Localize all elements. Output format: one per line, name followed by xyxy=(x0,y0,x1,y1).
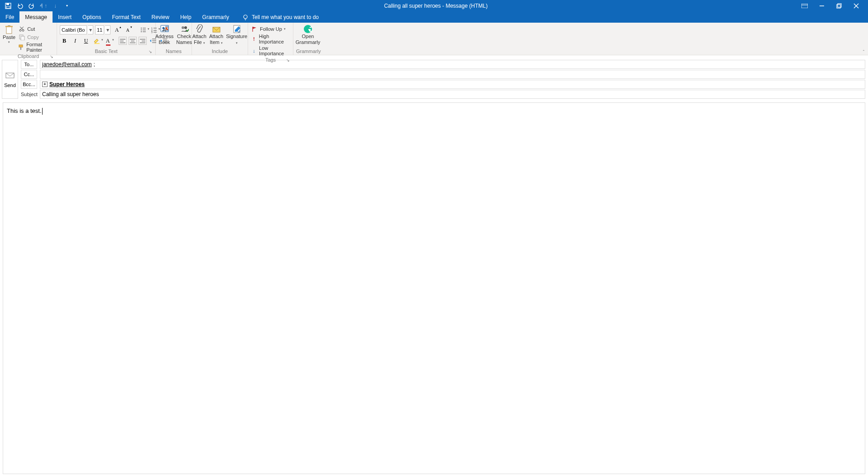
grow-font-button[interactable]: A▴ xyxy=(112,25,121,34)
group-grammarly: OpenGrammarly Grammarly xyxy=(293,23,322,55)
paste-label: Paste xyxy=(3,34,15,40)
to-button[interactable]: To... xyxy=(21,60,37,69)
bcc-recipient[interactable]: Super Heroes xyxy=(49,81,85,87)
tab-review[interactable]: Review xyxy=(146,11,175,23)
to-recipient[interactable]: janedoe@email.com xyxy=(42,61,92,68)
tags-launcher-icon[interactable]: ↘ xyxy=(286,58,290,63)
send-label: Send xyxy=(4,82,16,88)
align-center-button[interactable] xyxy=(129,37,137,45)
redo-icon[interactable] xyxy=(28,2,35,10)
group-tags-label: Tags ↘ xyxy=(251,56,290,63)
cc-button[interactable]: Cc... xyxy=(21,70,37,79)
bold-button[interactable]: B xyxy=(60,36,69,45)
basic-text-launcher-icon[interactable]: ↘ xyxy=(148,49,153,54)
flag-icon xyxy=(251,25,258,33)
to-field[interactable]: janedoe@email.com; xyxy=(40,60,865,69)
expand-group-icon[interactable]: + xyxy=(42,82,48,87)
collapse-ribbon-icon[interactable]: ˆ xyxy=(863,50,864,55)
align-left-button[interactable] xyxy=(119,37,127,45)
attach-item-icon xyxy=(212,24,221,34)
font-size-input[interactable] xyxy=(95,25,104,34)
check-names-icon xyxy=(180,24,189,34)
svg-point-28 xyxy=(141,31,142,32)
format-painter-button[interactable]: Format Painter xyxy=(18,42,54,53)
group-clipboard-label: Clipboard ↘ xyxy=(3,53,54,60)
copy-icon xyxy=(18,34,25,41)
numbering-button[interactable]: 123 ▾ xyxy=(149,25,158,34)
tab-grammarly[interactable]: Grammarly xyxy=(197,11,235,23)
chevron-down-icon[interactable]: ▾ xyxy=(88,25,93,34)
tab-insert[interactable]: Insert xyxy=(53,11,77,23)
tab-options[interactable]: Options xyxy=(77,11,106,23)
svg-point-49 xyxy=(184,26,187,29)
align-right-button[interactable] xyxy=(139,37,147,45)
previous-icon[interactable]: ↑ xyxy=(40,2,47,10)
open-grammarly-button[interactable]: OpenGrammarly xyxy=(296,24,320,45)
window-title: Calling all super heroes - Message (HTML… xyxy=(71,3,801,9)
undo-icon[interactable] xyxy=(16,2,24,10)
subject-field[interactable] xyxy=(40,90,865,99)
next-icon[interactable]: ↓ xyxy=(52,2,59,10)
attach-file-label: AttachFile ▾ xyxy=(192,34,206,46)
svg-line-18 xyxy=(20,27,24,29)
send-icon xyxy=(5,71,14,80)
svg-rect-23 xyxy=(20,47,21,50)
attach-item-button[interactable]: AttachItem ▾ xyxy=(209,24,223,46)
lightbulb-icon xyxy=(242,14,249,21)
attach-file-button[interactable]: AttachFile ▾ xyxy=(192,24,206,46)
attach-item-label: AttachItem ▾ xyxy=(209,34,223,46)
address-fields: janedoe@email.com; + Super Heroes xyxy=(40,60,865,99)
send-button[interactable]: Send xyxy=(2,60,18,99)
chevron-down-icon[interactable]: ▾ xyxy=(105,25,110,34)
highlight-button[interactable]: ▾ xyxy=(92,36,101,45)
tab-format-text[interactable]: Format Text xyxy=(106,11,146,23)
paste-button[interactable]: Paste ▾ xyxy=(3,24,15,49)
low-importance-button[interactable]: ↓ Low Importance xyxy=(251,45,290,56)
format-painter-icon xyxy=(18,44,24,51)
tell-me-search[interactable]: Tell me what you want to do xyxy=(235,11,319,23)
tab-file[interactable]: File xyxy=(0,11,19,23)
check-names-button[interactable]: CheckNames xyxy=(176,24,192,45)
message-body[interactable]: This is a test. xyxy=(3,102,865,474)
shrink-font-button[interactable]: A▾ xyxy=(123,25,132,34)
group-grammarly-label: Grammarly xyxy=(296,48,320,55)
svg-rect-13 xyxy=(6,26,12,34)
underline-button[interactable]: U xyxy=(82,36,91,45)
font-name-dropdown[interactable]: ▾ xyxy=(60,25,93,34)
signature-label: Signature▾ xyxy=(226,34,247,46)
signature-button[interactable]: Signature▾ xyxy=(226,24,247,46)
customize-qat-icon[interactable]: ▾ xyxy=(63,2,71,10)
high-importance-button[interactable]: ! High Importance xyxy=(251,34,290,44)
ribbon-display-icon[interactable] xyxy=(801,2,808,10)
follow-up-button[interactable]: Follow Up ▾ xyxy=(251,25,286,33)
font-size-dropdown[interactable]: ▾ xyxy=(95,25,110,34)
tab-message[interactable]: Message xyxy=(19,11,53,23)
clipboard-launcher-icon[interactable]: ↘ xyxy=(49,54,54,59)
cut-button[interactable]: Cut xyxy=(18,25,54,33)
copy-button[interactable]: Copy xyxy=(18,34,54,41)
italic-button[interactable]: I xyxy=(71,36,80,45)
svg-line-19 xyxy=(20,27,23,29)
font-color-button[interactable]: A ▾ xyxy=(103,36,112,45)
svg-point-16 xyxy=(19,29,21,31)
close-icon[interactable] xyxy=(853,2,860,10)
titlebar: ↑ ↓ ▾ Calling all super heroes - Message… xyxy=(0,0,868,11)
clear-formatting-button[interactable]: A xyxy=(160,25,169,34)
save-icon[interactable] xyxy=(5,2,12,10)
grammarly-icon xyxy=(303,24,312,34)
cc-field[interactable] xyxy=(40,70,865,79)
tab-help[interactable]: Help xyxy=(175,11,197,23)
increase-indent-button[interactable] xyxy=(159,36,168,45)
font-name-input[interactable] xyxy=(60,25,87,34)
bullets-button[interactable]: ▾ xyxy=(139,25,148,34)
bcc-field[interactable]: + Super Heroes xyxy=(40,80,865,89)
bcc-button[interactable]: Bcc... xyxy=(21,80,37,89)
group-names-label: Names xyxy=(158,48,189,55)
decrease-indent-button[interactable] xyxy=(149,36,158,45)
follow-up-label: Follow Up xyxy=(260,26,282,32)
open-grammarly-label: OpenGrammarly xyxy=(296,34,320,45)
minimize-icon[interactable] xyxy=(818,2,825,10)
svg-point-24 xyxy=(141,28,142,29)
cut-label: Cut xyxy=(27,26,35,32)
maximize-icon[interactable] xyxy=(835,2,843,10)
